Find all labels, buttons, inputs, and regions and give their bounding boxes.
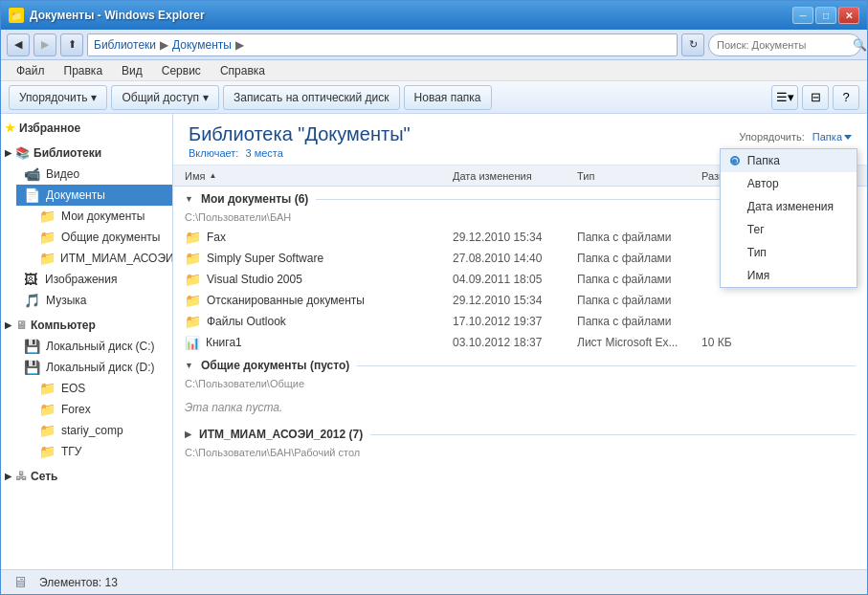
maximize-button[interactable]: □ xyxy=(815,7,836,24)
status-count: Элементов: 13 xyxy=(39,576,118,589)
address-bar: ◀ ▶ ⬆ Библиотеки ▶ Документы ▶ ↻ 🔍 xyxy=(1,30,867,60)
new-folder-button[interactable]: Новая папка xyxy=(404,85,492,110)
help-button[interactable]: ? xyxy=(833,85,859,110)
status-bar: 🖥 Элементов: 13 xyxy=(1,569,867,594)
computer-label: Компьютер xyxy=(31,319,96,332)
sort-control: Упорядочить: Папка xyxy=(739,131,852,143)
network-section: ▶ 🖧 Сеть xyxy=(1,466,172,487)
col-header-name[interactable]: Имя ▲ xyxy=(185,170,453,182)
burn-button[interactable]: Записать на оптический диск xyxy=(223,85,400,110)
sort-dropdown-menu: Папка Автор Дата изменения Тег Тип xyxy=(720,148,857,288)
window-icon: 📁 xyxy=(9,8,24,23)
disk-c-icon: 💾 xyxy=(24,339,40,354)
sidebar-item-shared-docs[interactable]: 📁 Общие документы xyxy=(32,227,172,248)
menu-edit[interactable]: Правка xyxy=(56,62,111,79)
close-button[interactable]: ✕ xyxy=(838,7,859,24)
window-title: Документы - Windows Explorer xyxy=(30,9,205,22)
dropdown-item-name[interactable]: Имя xyxy=(721,264,857,287)
computer-header[interactable]: ▶ 🖥 Компьютер xyxy=(1,315,172,336)
disk-d-children: 📁 EOS 📁 Forex 📁 stariy_comp 📁 xyxy=(16,378,172,462)
sidebar-shared-docs-label: Общие документы xyxy=(61,231,160,244)
sidebar-item-forex[interactable]: 📁 Forex xyxy=(32,399,172,420)
preview-pane-button[interactable]: ⊟ xyxy=(802,85,829,110)
group-expand-icon-3: ▶ xyxy=(185,430,191,439)
group-header-itm: ▶ ИТМ_МИАМ_АСОЭИ_2012 (7) xyxy=(173,422,867,447)
menu-service[interactable]: Сервис xyxy=(154,62,209,79)
file-row-scanned[interactable]: 📁 Отсканированные документы 29.12.2010 1… xyxy=(173,290,867,311)
burn-label: Записать на оптический диск xyxy=(234,91,389,104)
col-header-date[interactable]: Дата изменения xyxy=(453,170,577,182)
sort-label: Упорядочить: xyxy=(739,131,805,143)
libraries-header[interactable]: ▶ 📚 Библиотеки xyxy=(1,143,172,164)
favorites-header[interactable]: ★ Избранное xyxy=(1,118,172,139)
organize-dropdown-icon: ▾ xyxy=(91,91,97,104)
minimize-button[interactable]: ─ xyxy=(792,7,813,24)
view-toggle-button[interactable]: ☰▾ xyxy=(771,85,798,110)
sidebar-item-eos[interactable]: 📁 EOS xyxy=(32,378,172,399)
sidebar-disk-d-label: Локальный диск (D:) xyxy=(46,361,155,374)
organize-button[interactable]: Упорядочить ▾ xyxy=(9,85,107,110)
menu-bar: Файл Правка Вид Сервис Справка xyxy=(1,60,867,81)
group-expand-icon-1: ▼ xyxy=(185,194,193,204)
sidebar-item-documents[interactable]: 📄 Документы xyxy=(16,185,172,206)
includes-label: Включает: xyxy=(189,147,238,159)
back-button[interactable]: ◀ xyxy=(7,33,30,56)
sidebar-item-tgu[interactable]: 📁 ТГУ xyxy=(32,441,172,462)
content-area: Библиотека "Документы" Упорядочить: Папк… xyxy=(173,114,867,569)
folder-icon-outlook: 📁 xyxy=(185,314,201,329)
menu-view[interactable]: Вид xyxy=(114,62,150,79)
group-path-3: С:\Пользователи\БАН\Рабочий стол xyxy=(173,447,867,462)
breadcrumb-documents[interactable]: Документы xyxy=(172,38,232,52)
dropdown-item-author[interactable]: Автор xyxy=(721,172,857,195)
refresh-button[interactable]: ↻ xyxy=(681,33,704,56)
file-name-fax: 📁 Fax xyxy=(185,230,453,245)
help-icon: ? xyxy=(842,90,849,104)
network-label: Сеть xyxy=(31,470,57,483)
sidebar-item-disk-c[interactable]: 💾 Локальный диск (C:) xyxy=(16,336,172,357)
file-row-outlook[interactable]: 📁 Файлы Outlook 17.10.2012 19:37 Папка с… xyxy=(173,311,867,332)
up-button[interactable]: ⬆ xyxy=(60,33,83,56)
star-icon: ★ xyxy=(5,121,15,135)
radio-date-empty xyxy=(730,202,740,211)
computer-expand-icon: ▶ xyxy=(5,320,11,330)
col-name-sort-icon: ▲ xyxy=(209,171,216,180)
share-dropdown-icon: ▾ xyxy=(203,91,209,104)
sidebar-item-music[interactable]: 🎵 Музыка xyxy=(16,290,172,311)
includes-value[interactable]: 3 места xyxy=(245,147,282,159)
sidebar-item-itm[interactable]: 📁 ИТМ_МИАМ_АСОЭИ_2012 xyxy=(32,248,172,269)
eos-icon: 📁 xyxy=(39,381,56,396)
dropdown-item-folder[interactable]: Папка xyxy=(721,149,857,172)
sidebar-item-stariy[interactable]: 📁 stariy_comp xyxy=(32,420,172,441)
docs-children: 📁 Мои документы 📁 Общие документы 📁 ИТМ_… xyxy=(16,206,172,269)
sidebar-item-disk-d[interactable]: 💾 Локальный диск (D:) xyxy=(16,357,172,378)
sidebar-item-my-docs[interactable]: 📁 Мои документы xyxy=(32,206,172,227)
sidebar-images-label: Изображения xyxy=(45,273,117,286)
sidebar-item-images[interactable]: 🖼 Изображения xyxy=(16,269,172,290)
sort-dropdown-icon xyxy=(844,135,852,140)
menu-file[interactable]: Файл xyxy=(9,62,53,79)
file-row-kniga[interactable]: 📊 Книга1 03.10.2012 18:37 Лист Microsoft… xyxy=(173,332,867,353)
file-date-simply: 27.08.2010 14:40 xyxy=(453,252,577,265)
address-path[interactable]: Библиотеки ▶ Документы ▶ xyxy=(87,33,678,56)
dropdown-item-date[interactable]: Дата изменения xyxy=(721,195,857,218)
search-input[interactable] xyxy=(717,39,849,51)
breadcrumb-libraries[interactable]: Библиотеки xyxy=(94,38,156,52)
folder-icon-scanned: 📁 xyxy=(185,293,201,308)
file-type-simply: Папка с файлами xyxy=(577,252,701,265)
dropdown-item-type[interactable]: Тип xyxy=(721,241,857,264)
forex-icon: 📁 xyxy=(39,402,56,417)
sidebar: ★ Избранное ▶ 📚 Библиотеки 📹 Видео xyxy=(1,114,173,569)
share-label: Общий доступ xyxy=(122,91,199,104)
dropdown-item-tag[interactable]: Тег xyxy=(721,218,857,241)
share-button[interactable]: Общий доступ ▾ xyxy=(111,85,219,110)
col-header-type[interactable]: Тип xyxy=(577,170,701,182)
sort-value-button[interactable]: Папка xyxy=(812,131,852,143)
menu-help[interactable]: Справка xyxy=(212,62,273,79)
sidebar-item-video[interactable]: 📹 Видео xyxy=(16,164,172,185)
library-title: Библиотека "Документы" xyxy=(189,123,411,145)
itm-icon: 📁 xyxy=(39,251,55,266)
forward-button[interactable]: ▶ xyxy=(33,33,56,56)
network-header[interactable]: ▶ 🖧 Сеть xyxy=(1,466,172,487)
status-icon: 🖥 xyxy=(12,574,28,591)
search-box[interactable]: 🔍 xyxy=(708,33,861,56)
